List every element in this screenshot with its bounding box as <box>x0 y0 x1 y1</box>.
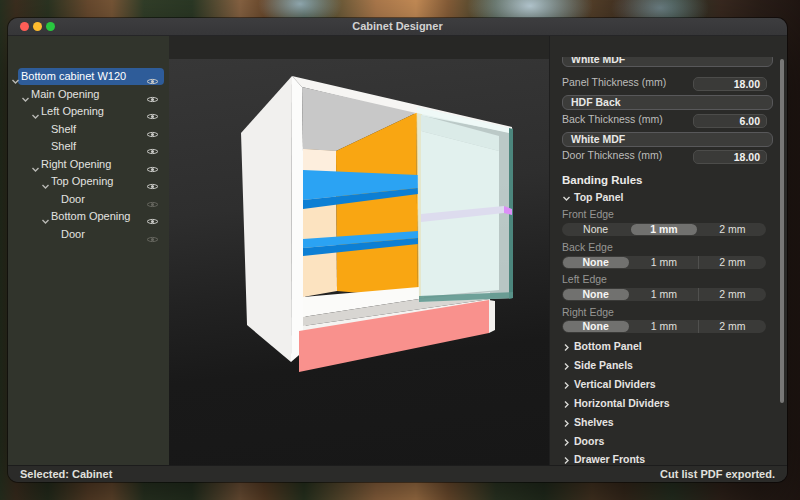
3d-viewport[interactable] <box>169 59 549 465</box>
disclosure-chevron-down-icon[interactable] <box>31 160 40 169</box>
segmented-control-right-edge: None1 mm2 mm <box>562 320 766 333</box>
segment-option-2-mm[interactable]: 2 mm <box>698 223 766 236</box>
sidebar-item-left-opening-2[interactable]: Left Opening <box>8 103 169 120</box>
banding-rules-header: Banding Rules <box>562 173 643 187</box>
sidebar-item-shelf-4[interactable]: Shelf <box>8 138 169 155</box>
tree-item-label: Top Opening <box>51 173 113 190</box>
visibility-eye-icon[interactable] <box>146 107 159 116</box>
number-input-panel-thickness-mm-[interactable]: 18.00 <box>693 77 767 91</box>
sidebar-item-right-opening-5[interactable]: Right Opening <box>8 156 169 173</box>
sidebar-item-door-9[interactable]: Door <box>8 226 169 243</box>
segment-option-2-mm[interactable]: 2 mm <box>698 256 766 269</box>
segmented-control-left-edge: None1 mm2 mm <box>562 288 766 301</box>
number-input-back-thickness-mm-[interactable]: 6.00 <box>693 114 767 128</box>
segment-option-none[interactable]: None <box>562 288 629 301</box>
visibility-eye-icon[interactable] <box>146 125 159 134</box>
visibility-eye-icon[interactable] <box>146 160 159 169</box>
visibility-eye-icon[interactable] <box>146 177 159 186</box>
material-dropdown-hdf-back[interactable]: HDF Back <box>562 95 773 110</box>
edge-label-right-edge: Right Edge <box>562 306 614 318</box>
section-label: Horizontal Dividers <box>574 397 670 410</box>
segment-option-1-mm[interactable]: 1 mm <box>629 256 697 269</box>
visibility-eye-icon[interactable] <box>146 72 159 81</box>
tree-item-label: Main Opening <box>31 86 100 103</box>
section-label: Top Panel <box>574 191 623 204</box>
status-selection-text: Selected: Cabinet <box>20 468 112 480</box>
section-doors-collapsed[interactable]: Doors <box>562 435 773 448</box>
segment-option-none[interactable]: None <box>562 320 629 333</box>
section-label: Side Panels <box>574 359 633 372</box>
desktop-wallpaper: Cabinet Designer Bottom cabinet W120Main… <box>0 0 800 500</box>
disclosure-chevron-down-icon[interactable] <box>21 90 30 99</box>
material-dropdown-white-mdf[interactable]: White MDF <box>562 57 773 67</box>
segment-option-none[interactable]: None <box>562 256 629 269</box>
tree-item-label: Door <box>61 226 85 243</box>
section-horizontal-dividers-collapsed[interactable]: Horizontal Dividers <box>562 397 773 410</box>
field-label-door-thickness-mm-: Door Thickness (mm) <box>562 149 662 162</box>
field-label-panel-thickness-mm-: Panel Thickness (mm) <box>562 76 666 89</box>
tree-item-label: Right Opening <box>41 156 111 173</box>
cabinet-3d-render <box>169 59 549 466</box>
tree-item-label: Shelf <box>51 138 76 155</box>
viewport-toolbar-strip <box>169 36 549 59</box>
segmented-control-back-edge: None1 mm2 mm <box>562 256 766 269</box>
material-dropdown-white-mdf[interactable]: White MDF <box>562 132 773 147</box>
section-label: Bottom Panel <box>574 340 642 353</box>
viewport-column <box>169 36 549 465</box>
sidebar-item-main-opening-1[interactable]: Main Opening <box>8 86 169 103</box>
sidebar-item-bottom-cabinet-w120-0[interactable]: Bottom cabinet W120 <box>8 68 169 85</box>
section-shelves-collapsed[interactable]: Shelves <box>562 416 773 429</box>
visibility-eye-icon[interactable] <box>146 212 159 221</box>
section-top-panel-expanded[interactable]: Top Panel <box>562 191 773 204</box>
disclosure-chevron-down-icon[interactable] <box>41 212 50 221</box>
tree-item-label: Bottom cabinet W120 <box>21 68 126 85</box>
visibility-eye-icon[interactable] <box>146 230 159 239</box>
titlebar[interactable]: Cabinet Designer <box>8 18 787 36</box>
section-label: Drawer Fronts <box>574 453 645 465</box>
status-export-text: Cut list PDF exported. <box>660 468 775 480</box>
disclosure-chevron-down-icon[interactable] <box>41 177 50 186</box>
app-window: Cabinet Designer Bottom cabinet W120Main… <box>8 18 787 482</box>
visibility-eye-icon[interactable] <box>146 142 159 151</box>
section-vertical-dividers-collapsed[interactable]: Vertical Dividers <box>562 378 773 391</box>
field-label-back-thickness-mm-: Back Thickness (mm) <box>562 113 663 126</box>
segment-option-2-mm[interactable]: 2 mm <box>698 288 766 301</box>
status-bar: Selected: Cabinet Cut list PDF exported. <box>8 465 787 482</box>
sidebar-item-top-opening-6[interactable]: Top Opening <box>8 173 169 190</box>
tree-item-label: Bottom Opening <box>51 208 131 225</box>
edge-label-front-edge: Front Edge <box>562 208 614 220</box>
segment-option-1-mm[interactable]: 1 mm <box>629 223 697 236</box>
sidebar-item-bottom-opening-8[interactable]: Bottom Opening <box>8 208 169 225</box>
tree-item-label: Door <box>61 191 85 208</box>
segment-option-1-mm[interactable]: 1 mm <box>629 288 697 301</box>
section-label: Shelves <box>574 416 614 429</box>
edge-label-left-edge: Left Edge <box>562 273 607 285</box>
number-input-door-thickness-mm-[interactable]: 18.00 <box>693 150 767 164</box>
section-drawer-fronts-collapsed[interactable]: Drawer Fronts <box>562 453 773 465</box>
section-side-panels-collapsed[interactable]: Side Panels <box>562 359 773 372</box>
visibility-eye-icon[interactable] <box>146 195 159 204</box>
disclosure-chevron-down-icon[interactable] <box>31 107 40 116</box>
edge-label-back-edge: Back Edge <box>562 241 613 253</box>
segment-option-1-mm[interactable]: 1 mm <box>629 320 697 333</box>
tree-item-label: Left Opening <box>41 103 104 120</box>
segment-option-2-mm[interactable]: 2 mm <box>698 320 766 333</box>
disclosure-chevron-down-icon[interactable] <box>11 72 20 81</box>
section-label: Vertical Dividers <box>574 378 656 391</box>
section-bottom-panel-collapsed[interactable]: Bottom Panel <box>562 340 773 353</box>
window-title: Cabinet Designer <box>8 18 787 35</box>
object-tree-sidebar: Bottom cabinet W120Main OpeningLeft Open… <box>8 36 170 465</box>
inspector-scrollbar[interactable] <box>780 59 784 403</box>
section-label: Doors <box>574 435 604 448</box>
visibility-eye-icon[interactable] <box>146 90 159 99</box>
sidebar-item-door-7[interactable]: Door <box>8 191 169 208</box>
segmented-control-front-edge: None1 mm2 mm <box>562 223 766 236</box>
sidebar-item-shelf-3[interactable]: Shelf <box>8 121 169 138</box>
inspector-panel: White MDFPanel Thickness (mm)18.00HDF Ba… <box>549 36 787 465</box>
tree-item-label: Shelf <box>51 121 76 138</box>
segment-option-none[interactable]: None <box>562 223 629 236</box>
